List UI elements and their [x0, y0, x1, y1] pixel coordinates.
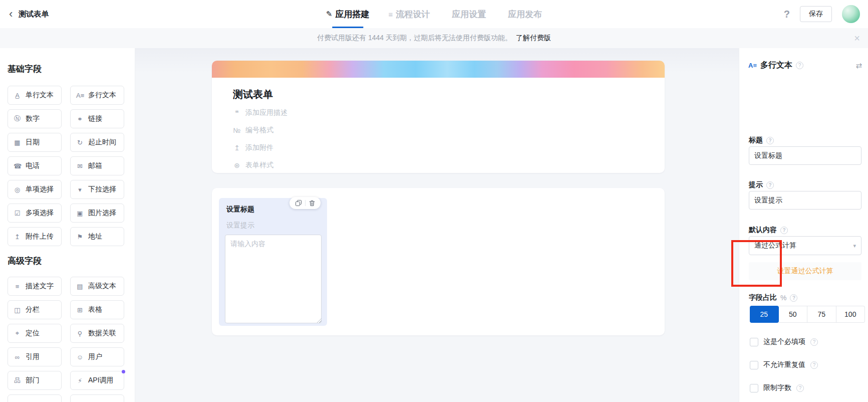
field-palette-item[interactable]: 品 部门 — [8, 371, 62, 390]
field-palette-item[interactable]: ∞ 引用 — [8, 347, 62, 366]
field-icon: ▾ — [76, 186, 84, 193]
field-palette-item[interactable]: Ⓝ 数字 — [8, 109, 62, 128]
field-palette-item[interactable]: ≡ 描述文字 — [8, 277, 62, 296]
field-palette-item-partial[interactable] — [70, 394, 124, 402]
form-canvas: 测试表单 ❝ 添加应用描述 № 编号格式 — [135, 48, 739, 402]
field-palette-item[interactable]: ☎ 电话 — [8, 156, 62, 175]
field-icon: ▣ — [76, 210, 84, 217]
set-formula-link[interactable]: 设置通过公式计算 — [749, 262, 861, 280]
form-option-label: 表单样式 — [245, 161, 273, 170]
learn-paid-link[interactable]: 了解付费版 — [516, 34, 551, 43]
save-button[interactable]: 保存 — [800, 6, 832, 22]
field-palette-item[interactable]: ⚡ API调用 — [70, 371, 124, 390]
field-palette-item[interactable]: ▾ 下拉选择 — [70, 180, 124, 199]
field-palette-item[interactable]: ▤ 高级文本 — [70, 277, 124, 296]
nav-tab[interactable]: 应用设置 — [449, 0, 486, 28]
ratio-option-button[interactable]: 75 — [807, 306, 836, 323]
field-icon: ▦ — [14, 139, 21, 146]
field-label: 引用 — [26, 352, 40, 361]
field-palette-item[interactable]: A≡ 多行文本 — [70, 86, 124, 105]
field-icon: ☎ — [14, 162, 21, 170]
back-icon[interactable]: ‹ — [9, 9, 13, 20]
field-label: 下拉选择 — [88, 185, 116, 194]
help-icon[interactable]: ? — [790, 294, 797, 302]
field-palette-item[interactable]: ▣ 图片选择 — [70, 204, 124, 223]
field-palette-item[interactable]: ☑ 多项选择 — [8, 204, 62, 223]
help-icon[interactable]: ? — [796, 62, 803, 69]
field-palette-item[interactable]: ◎ 单项选择 — [8, 180, 62, 199]
swap-field-icon[interactable]: ⇄ — [855, 61, 862, 70]
delete-field-button[interactable] — [306, 200, 319, 207]
tab-label: 应用设置 — [452, 9, 486, 20]
checkbox-label: 这是个必填项 — [763, 337, 805, 346]
label-text: 默认内容 — [749, 226, 777, 235]
field-palette-item[interactable]: ⊞ 表格 — [70, 300, 124, 319]
field-icon: ☑ — [14, 210, 21, 217]
field-palette-item[interactable]: A̲ 单行文本 — [8, 86, 62, 105]
field-icon: ⊞ — [76, 306, 84, 314]
field-label: 定位 — [26, 329, 40, 338]
ratio-option-button[interactable]: 25 — [750, 306, 779, 323]
field-palette-item[interactable]: ↥ 附件上传 — [8, 227, 62, 246]
title-input[interactable] — [749, 146, 861, 165]
form-option-icon: ⊛ — [233, 161, 241, 169]
default-content-select[interactable]: 通过公式计算 ▾ — [749, 236, 861, 255]
field-palette-item[interactable]: ⚑ 地址 — [70, 227, 124, 246]
field-icon: ◫ — [14, 306, 21, 314]
field-icon: A̲ — [14, 92, 21, 99]
help-icon[interactable]: ? — [796, 384, 804, 392]
form-header-card[interactable]: 测试表单 ❝ 添加应用描述 № 编号格式 — [212, 61, 665, 173]
field-palette-item[interactable]: ↻ 起止时间 — [70, 133, 124, 152]
header-actions: ? 保存 — [784, 0, 860, 28]
field-icon: ≡ — [14, 283, 21, 290]
field-title: 设置标题 — [226, 205, 254, 214]
field-label: 图片选择 — [88, 209, 116, 218]
form-option-list: ❝ 添加应用描述 № 编号格式 ↥ 添加附件 — [233, 104, 665, 174]
field-label: 表格 — [88, 305, 102, 314]
nav-tab[interactable]: 应用发布 — [505, 0, 542, 28]
selected-field-multiline[interactable]: 设置标题 设置提示 — [219, 198, 327, 326]
field-palette-item[interactable]: ✉ 邮箱 — [70, 156, 124, 175]
help-icon[interactable]: ? — [810, 338, 818, 346]
form-title[interactable]: 测试表单 — [233, 88, 665, 104]
field-icon: ⚲ — [76, 330, 84, 337]
ratio-option-button[interactable]: 100 — [836, 306, 865, 323]
form-option[interactable]: ❝ 添加应用描述 — [233, 104, 665, 121]
field-label: 单项选择 — [26, 185, 54, 194]
ratio-option-button[interactable]: 50 — [779, 306, 808, 323]
help-icon[interactable]: ? — [780, 227, 788, 234]
field-palette-item-partial[interactable] — [8, 394, 62, 402]
multiline-textarea[interactable] — [225, 235, 322, 323]
field-palette-item[interactable]: ◫ 分栏 — [8, 300, 62, 319]
form-option[interactable]: № 编号格式 — [233, 121, 665, 139]
field-palette-item[interactable]: ⚭ 链接 — [70, 109, 124, 128]
help-icon[interactable]: ? — [766, 137, 774, 144]
checkbox[interactable] — [750, 361, 758, 369]
field-palette-item[interactable]: ☺ 用户 — [70, 347, 124, 366]
field-label: 描述文字 — [26, 282, 54, 291]
nav-tab[interactable]: ≡ 流程设计 — [388, 0, 430, 28]
section-title-basic: 基础字段 — [8, 63, 42, 75]
field-palette-item[interactable]: ▦ 日期 — [8, 133, 62, 152]
help-icon[interactable]: ? — [766, 181, 774, 189]
multiline-text-icon: A≡ — [748, 62, 757, 69]
avatar[interactable] — [842, 5, 860, 23]
copy-field-button[interactable] — [292, 200, 305, 206]
form-option[interactable]: ⊛ 表单样式 — [233, 156, 665, 174]
field-toolbar — [290, 197, 321, 209]
close-icon[interactable]: × — [854, 33, 860, 43]
help-icon[interactable]: ? — [784, 9, 790, 20]
ratio-unit: % — [780, 294, 786, 302]
checkbox[interactable] — [750, 338, 758, 346]
nav-tab[interactable]: ✎ 应用搭建 — [326, 0, 370, 28]
help-icon[interactable]: ? — [810, 361, 818, 369]
form-option[interactable]: ↥ 添加附件 — [233, 139, 665, 156]
field-label: 分栏 — [26, 305, 40, 314]
field-palette-item[interactable]: ⌖ 定位 — [8, 324, 62, 343]
hint-input[interactable] — [749, 191, 861, 210]
field-label: 地址 — [88, 232, 102, 241]
hint-label: 提示 ? — [749, 180, 774, 189]
field-palette-item[interactable]: ⚲ 数据关联 — [70, 324, 124, 343]
checkbox[interactable] — [750, 384, 758, 392]
tab-label: 应用搭建 — [335, 9, 369, 20]
